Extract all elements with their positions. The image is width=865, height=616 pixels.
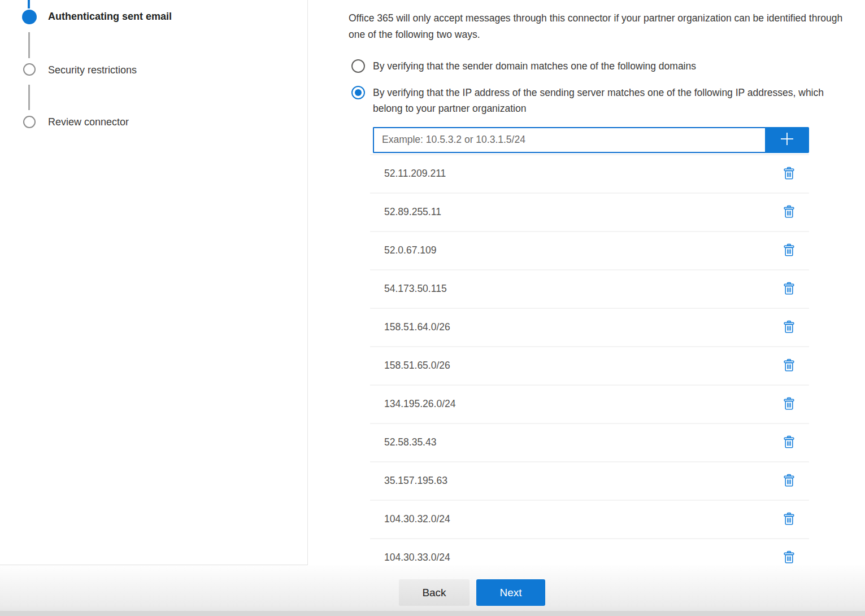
step-label: Authenticating sent email	[48, 11, 172, 23]
ip-list-row: 52.58.35.43	[370, 424, 809, 462]
trash-icon	[783, 289, 796, 298]
trash-icon	[783, 212, 796, 221]
ip-address-value: 134.195.26.0/24	[384, 398, 456, 410]
step-indicator-icon	[23, 116, 36, 128]
radio-button-icon[interactable]	[351, 59, 365, 73]
ip-address-value: 52.58.35.43	[384, 436, 436, 448]
ip-address-list: 52.11.209.211 52.89.255.11	[370, 154, 809, 566]
trash-icon	[783, 366, 796, 374]
ip-list-row: 104.30.32.0/24	[370, 501, 809, 539]
ip-list-row: 52.89.255.11	[370, 194, 809, 232]
ip-address-value: 54.173.50.115	[384, 283, 447, 295]
delete-ip-button[interactable]	[783, 512, 796, 526]
wizard-page-content: Office 365 will only accept messages thr…	[349, 0, 865, 565]
ip-list-row: 104.30.33.0/24	[370, 539, 809, 566]
delete-ip-button[interactable]	[783, 243, 796, 257]
delete-ip-button[interactable]	[783, 435, 796, 449]
delete-ip-button[interactable]	[783, 551, 796, 565]
step-label: Security restrictions	[48, 64, 137, 76]
wizard-stepper: Authenticating sent email Security restr…	[0, 0, 308, 565]
delete-ip-button[interactable]	[783, 167, 796, 181]
ip-list-row: 158.51.64.0/26	[370, 309, 809, 347]
radio-option[interactable]: By verifying that the sender domain matc…	[349, 58, 865, 75]
ip-list-row: 54.173.50.115	[370, 270, 809, 309]
ip-list-row: 52.11.209.211	[370, 155, 809, 194]
trash-icon	[783, 519, 796, 528]
step-indicator-icon	[22, 10, 37, 24]
step-indicator-icon	[23, 63, 36, 76]
ip-address-value: 35.157.195.63	[384, 475, 447, 487]
delete-ip-button[interactable]	[783, 397, 796, 411]
stepper-progress-line	[28, 0, 30, 8]
add-ip-button[interactable]	[765, 127, 809, 153]
radio-button-icon[interactable]	[351, 86, 365, 99]
trash-icon	[783, 443, 796, 451]
ip-address-value: 52.0.67.109	[384, 244, 436, 256]
plus-icon	[777, 129, 797, 150]
step-label: Review connector	[48, 116, 129, 128]
ip-address-value: 104.30.33.0/24	[384, 552, 450, 563]
stepper-connector	[28, 32, 30, 58]
page-description: Office 365 will only accept messages thr…	[349, 10, 860, 42]
back-button[interactable]: Back	[399, 579, 470, 606]
radio-option[interactable]: By verifying that the IP address of the …	[349, 85, 865, 117]
ip-address-value: 104.30.32.0/24	[384, 513, 450, 525]
ip-address-value: 158.51.64.0/26	[384, 321, 450, 333]
trash-icon	[783, 404, 796, 413]
trash-icon	[783, 174, 796, 182]
delete-ip-button[interactable]	[783, 474, 796, 488]
trash-icon	[783, 481, 796, 490]
ip-address-value: 52.11.209.211	[384, 168, 446, 180]
radio-option-label: By verifying that the sender domain matc…	[373, 58, 696, 75]
verification-options: By verifying that the sender domain matc…	[349, 58, 865, 117]
ip-list-row: 52.0.67.109	[370, 232, 809, 270]
delete-ip-button[interactable]	[783, 359, 796, 373]
ip-address-input[interactable]	[373, 127, 765, 153]
ip-list-row: 35.157.195.63	[370, 462, 809, 501]
ip-address-value: 52.89.255.11	[384, 206, 441, 218]
ip-input-row	[373, 127, 809, 153]
ip-address-value: 158.51.65.0/26	[384, 360, 450, 372]
footer-bottom-strip	[0, 611, 865, 616]
ip-list-row: 158.51.65.0/26	[370, 347, 809, 386]
wizard-footer: Back Next	[0, 565, 865, 616]
trash-icon	[783, 558, 796, 565]
trash-icon	[783, 327, 796, 336]
stepper-connector	[28, 85, 30, 110]
delete-ip-button[interactable]	[783, 282, 796, 296]
trash-icon	[783, 251, 796, 259]
radio-option-label: By verifying that the IP address of the …	[373, 85, 839, 117]
delete-ip-button[interactable]	[783, 320, 796, 334]
next-button[interactable]: Next	[476, 579, 545, 606]
delete-ip-button[interactable]	[783, 205, 796, 219]
ip-list-row: 134.195.26.0/24	[370, 386, 809, 424]
